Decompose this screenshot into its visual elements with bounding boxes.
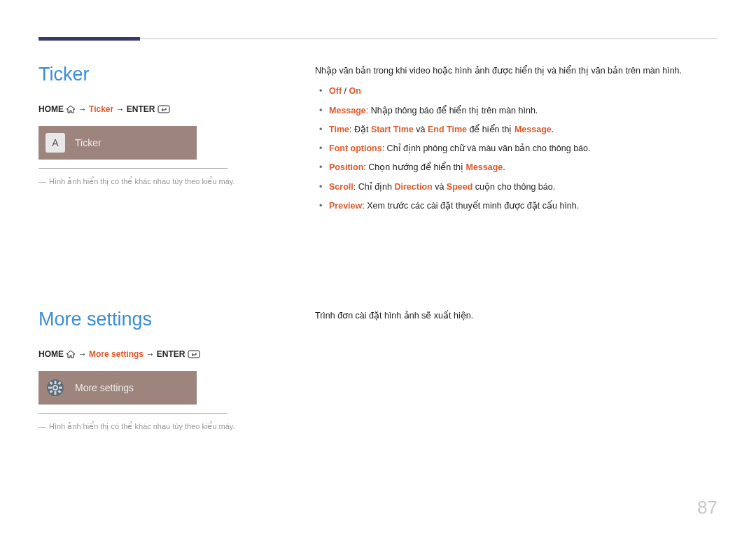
svg-rect-0 [158,106,169,113]
bullet-preview: Preview: Xem trước các cài đặt thuyết mi… [315,199,718,213]
bullet-position: Position: Chọn hướng để hiển thị Message… [315,160,718,175]
chip-ticker-icon: A [46,133,65,153]
note-ticker: ―Hình ảnh hiển thị có thể khác nhau tùy … [38,176,276,188]
home-icon [66,104,76,118]
svg-rect-5 [55,391,57,395]
bc-page: Ticker [89,104,113,114]
bullet-message: Message: Nhập thông báo để hiển thị trên… [315,104,718,118]
chip-ticker: A Ticker [38,126,197,160]
ticker-intro: Nhập văn bản trong khi video hoặc hình ả… [315,64,718,78]
chip-moresettings-label: More settings [75,382,134,393]
home-icon [66,349,76,363]
gear-icon [46,378,65,398]
note-dash-icon: ― [38,177,46,185]
bc-enter-2: ENTER [157,349,186,359]
left-column-2: More settings HOME → More settings → ENT… [38,309,276,433]
bullet-scroll: Scroll: Chỉ định Direction và Speed cuộn… [315,180,718,195]
bc-home-2: HOME [38,349,64,359]
chip-moresettings: More settings [38,371,197,405]
svg-rect-4 [55,381,57,384]
header-accent [38,37,140,41]
svg-rect-7 [59,387,62,389]
right-column-ticker: Nhập văn bản trong khi video hoặc hình ả… [276,64,718,218]
breadcrumb-moresettings: HOME → More settings → ENTER [38,348,276,363]
left-divider [38,168,227,169]
page-number: 87 [697,497,718,519]
section-ticker: Ticker HOME → Ticker → ENTER A Ticker [38,64,718,218]
bc-enter: ENTER [127,104,155,114]
bullet-time: Time: Đặt Start Time và End Time để hiển… [315,122,718,137]
left-column: Ticker HOME → Ticker → ENTER A Ticker [38,64,276,218]
svg-point-12 [54,386,57,389]
bc-page-2: More settings [89,349,144,359]
left-divider-2 [38,413,227,414]
header-rule [38,38,718,39]
breadcrumb-ticker: HOME → Ticker → ENTER [38,103,276,118]
bc-arrow2: → [116,104,127,114]
bc-arrow2-2: → [146,349,156,359]
page-root: Ticker HOME → Ticker → ENTER A Ticker [0,0,756,534]
section-moresettings: More settings HOME → More settings → ENT… [38,309,718,433]
bullet-font: Font options: Chỉ định phông chữ và màu … [315,141,718,156]
bc-arrow1: → [78,104,89,114]
enter-icon [188,349,200,363]
bc-home: HOME [38,104,64,114]
chip-ticker-label: Ticker [75,137,102,148]
svg-rect-1 [188,351,200,358]
heading-ticker: Ticker [38,64,276,85]
svg-rect-6 [48,387,52,389]
enter-icon [158,104,170,118]
right-column-moresettings: Trình đơn cài đặt hình ảnh sẽ xuất hiện. [276,309,718,433]
bullet-off-on: Off / On [315,84,718,99]
note-moresettings: ―Hình ảnh hiển thị có thể khác nhau tùy … [38,421,276,433]
moresettings-intro: Trình đơn cài đặt hình ảnh sẽ xuất hiện. [315,309,718,323]
ticker-bullets: Off / On Message: Nhập thông báo để hiển… [315,84,718,213]
note-dash-icon: ― [38,422,46,430]
bc-arrow1-2: → [78,349,89,359]
heading-moresettings: More settings [38,309,276,330]
